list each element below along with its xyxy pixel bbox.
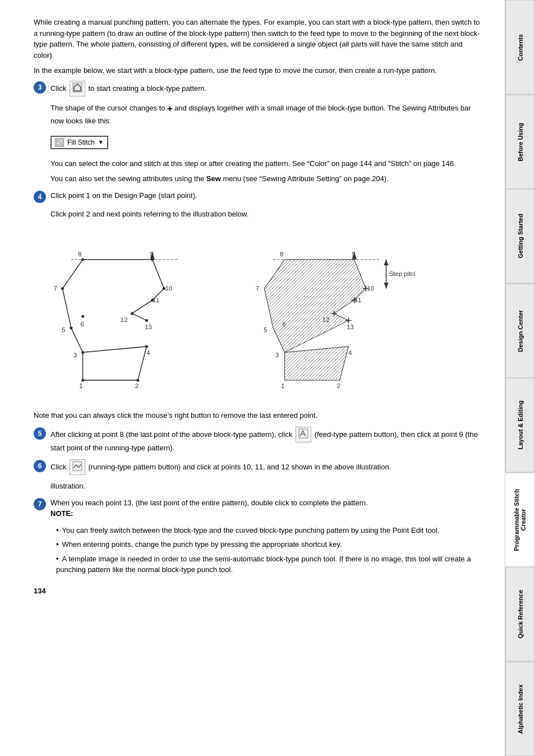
svg-text:4: 4 <box>348 349 352 356</box>
sidebar-tab-before-using[interactable]: Before Using <box>505 95 535 190</box>
step-7: 7 When you reach point 13, (the last poi… <box>34 497 482 519</box>
step-4-circle: 4 <box>34 191 46 203</box>
svg-text:13: 13 <box>347 324 354 330</box>
step-6-text: Click (running-type pattern button) and … <box>50 459 482 476</box>
dropdown-arrow[interactable]: ▼ <box>98 139 104 145</box>
diagrams-row: 1 2 3 4 5 6 7 8 9 10 11 12 13 <box>34 231 482 399</box>
sidebar-tab-layout-editing[interactable]: Layout & Editing <box>505 378 535 473</box>
svg-text:3: 3 <box>275 352 279 358</box>
diagram-right: 1 2 3 4 5 6 7 8 9 10 11 12 13 <box>236 231 415 399</box>
svg-point-22 <box>145 345 148 348</box>
step-5: 5 After clicking at point 8 (the last po… <box>34 427 482 454</box>
svg-text:7: 7 <box>54 285 57 292</box>
svg-text:12: 12 <box>322 316 330 323</box>
note-bullet-2: When entering points, change the punch t… <box>56 539 482 550</box>
svg-point-30 <box>131 312 133 315</box>
step-4-text: Click point 1 on the Design Page (start … <box>50 190 482 201</box>
svg-text:1: 1 <box>79 382 82 389</box>
cursor-desc: The shape of the cursor changes to + and… <box>50 102 482 127</box>
svg-point-24 <box>81 315 84 318</box>
feed-type-icon[interactable] <box>296 427 311 443</box>
svg-point-21 <box>81 351 84 354</box>
step-5-circle: 5 <box>34 427 46 440</box>
svg-text:6: 6 <box>80 321 84 328</box>
svg-text:7: 7 <box>256 285 259 292</box>
note-bullets: You can freely switch between the block-… <box>56 525 482 575</box>
svg-marker-36 <box>285 347 349 380</box>
svg-text:8: 8 <box>280 251 283 257</box>
sewing-attr-bar: Fill Stitch ▼ <box>50 136 108 149</box>
svg-text:13: 13 <box>145 324 152 330</box>
sidebar-tab-design-center[interactable]: Design Center <box>505 284 535 379</box>
svg-text:2: 2 <box>135 382 139 389</box>
intro-para-2: In the example below, we start with a bl… <box>34 65 482 76</box>
sewing-attr-icon <box>55 138 64 147</box>
step-4-sub: Click point 2 and next points referring … <box>50 209 482 220</box>
step-4: 4 Click point 1 on the Design Page (star… <box>34 190 482 203</box>
step-7-circle: 7 <box>34 498 46 510</box>
step-6: 6 Click (running-type pattern button) an… <box>34 459 482 476</box>
svg-marker-63 <box>384 260 388 265</box>
sidebar: Contents Before Using Getting Started De… <box>505 0 535 756</box>
svg-point-23 <box>70 326 72 329</box>
step-3-circle: 3 <box>34 81 46 94</box>
svg-point-28 <box>163 287 165 290</box>
svg-point-25 <box>61 287 64 290</box>
svg-text:6: 6 <box>282 321 285 328</box>
diagram-left: 1 2 3 4 5 6 7 8 9 10 11 12 13 <box>34 231 213 399</box>
step-5-text: After clicking at point 8 (the last poin… <box>50 427 482 454</box>
sidebar-tab-alphabetic[interactable]: Alphabetic Index <box>505 662 535 757</box>
note-bullet-3: A template image is needed in order to u… <box>56 554 482 575</box>
sidebar-tab-programmable[interactable]: Programmable Stitch Creator <box>505 473 535 568</box>
svg-text:10: 10 <box>165 285 172 292</box>
main-content: While creating a manual punching pattern… <box>0 0 505 756</box>
block-pattern-icon[interactable] <box>70 81 85 97</box>
svg-text:2: 2 <box>337 382 340 389</box>
svg-text:12: 12 <box>121 316 128 323</box>
svg-text:1: 1 <box>281 382 284 389</box>
running-type-icon[interactable] <box>70 459 85 476</box>
svg-text:3: 3 <box>73 352 77 358</box>
color-stitch-note: You can select the color and stitch at t… <box>50 158 482 169</box>
step-3-text: Click to start creating a block-type pat… <box>50 81 482 97</box>
intro-para-1: While creating a manual punching pattern… <box>34 17 482 61</box>
fill-stitch-label: Fill Stitch <box>67 139 95 146</box>
svg-point-19 <box>81 379 84 381</box>
svg-text:4: 4 <box>146 349 150 356</box>
note-bullet-1: You can freely switch between the block-… <box>56 525 482 536</box>
svg-point-29 <box>151 299 154 302</box>
svg-text:5: 5 <box>264 326 267 333</box>
sew-menu-note: You can also set the sewing attributes u… <box>50 173 482 185</box>
svg-rect-66 <box>299 429 308 438</box>
svg-marker-37 <box>264 260 366 353</box>
svg-text:10: 10 <box>367 285 374 292</box>
svg-text:Step pitch: Step pitch <box>389 270 415 277</box>
step-3: 3 Click to start creating a block-type p… <box>34 81 482 97</box>
svg-marker-64 <box>384 283 388 288</box>
svg-point-31 <box>145 319 148 322</box>
sidebar-tab-quick-reference[interactable]: Quick Reference <box>505 567 535 662</box>
sidebar-tab-getting-started[interactable]: Getting Started <box>505 189 535 284</box>
sidebar-tab-contents[interactable]: Contents <box>505 0 535 95</box>
svg-text:8: 8 <box>78 251 81 257</box>
step-6-circle: 6 <box>34 460 46 472</box>
step-7-text: When you reach point 13, (the last point… <box>50 497 482 519</box>
svg-point-26 <box>81 258 84 261</box>
right-click-note: Note that you can always click the mouse… <box>34 410 482 421</box>
step-6-sub: illustration. <box>50 481 482 492</box>
page-number: 134 <box>34 587 482 595</box>
cursor-crosshair: + <box>167 102 172 116</box>
svg-text:5: 5 <box>62 326 65 333</box>
svg-point-20 <box>136 379 139 381</box>
